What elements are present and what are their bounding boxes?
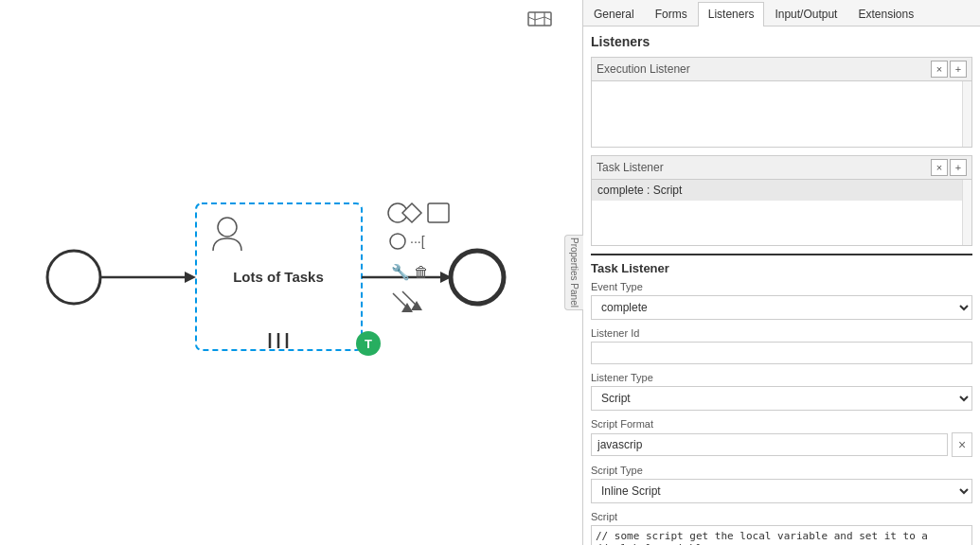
- script-format-input[interactable]: [591, 433, 948, 456]
- task-listener-detail: Task Listener Event Type complete create…: [591, 261, 972, 545]
- event-type-label: Event Type: [591, 281, 972, 292]
- tab-forms[interactable]: Forms: [645, 2, 698, 26]
- panel-toggle[interactable]: Properties Panel: [564, 235, 583, 310]
- execution-listener-scrollbar: [962, 81, 971, 147]
- task-listener-detail-title: Task Listener: [591, 261, 972, 275]
- listener-type-label: Listener Type: [591, 372, 972, 383]
- script-format-clear-btn[interactable]: ×: [952, 432, 972, 457]
- listener-id-field: Listener Id: [591, 327, 972, 364]
- tab-listeners[interactable]: Listeners: [698, 2, 765, 26]
- listener-id-label: Listener Id: [591, 327, 972, 339]
- task-listener-buttons: × +: [931, 159, 967, 176]
- svg-point-1: [47, 251, 100, 304]
- svg-rect-16: [428, 203, 449, 222]
- tab-input-output[interactable]: Input/Output: [764, 2, 847, 26]
- script-type-label: Script Type: [591, 465, 972, 476]
- panel-toggle-label: Properties Panel: [569, 237, 579, 308]
- script-type-select[interactable]: Inline Script External Resource: [591, 479, 972, 503]
- listeners-title: Listeners: [591, 34, 972, 49]
- svg-point-11: [451, 251, 504, 304]
- svg-marker-3: [185, 272, 196, 283]
- execution-listener-buttons: × +: [931, 61, 967, 78]
- script-format-label: Script Format: [591, 418, 972, 430]
- task-listener-section: Task Listener × + complete : Script: [591, 155, 972, 246]
- tab-extensions[interactable]: Extensions: [847, 2, 924, 26]
- task-listener-header: Task Listener × +: [591, 155, 972, 180]
- execution-listener-remove-btn[interactable]: ×: [931, 61, 948, 78]
- task-listener-remove-btn[interactable]: ×: [931, 159, 948, 176]
- canvas-area: Lots of Tasks T ···[ 🔧 🗑: [0, 0, 582, 545]
- tab-bar: General Forms Listeners Input/Output Ext…: [583, 0, 980, 26]
- task-listener-label: Task Listener: [597, 161, 664, 174]
- tab-general[interactable]: General: [583, 2, 645, 26]
- svg-text:···[: ···[: [410, 234, 425, 249]
- script-label: Script: [591, 511, 972, 522]
- task-listener-scrollbar: [962, 180, 971, 245]
- svg-line-21: [393, 293, 407, 308]
- event-type-field: Event Type complete create assignment de…: [591, 281, 972, 320]
- event-type-select[interactable]: complete create assignment delete: [591, 295, 972, 320]
- svg-point-17: [390, 234, 405, 249]
- task-listener-body: complete : Script: [591, 180, 972, 246]
- panel-content: Listeners Execution Listener × + Task Li…: [583, 26, 980, 545]
- execution-listener-label: Execution Listener: [597, 62, 690, 76]
- bpmn-diagram: Lots of Tasks T ···[ 🔧 🗑: [0, 0, 549, 545]
- script-format-field: Script Format ×: [591, 418, 972, 457]
- script-textarea[interactable]: // some script get the local variable an…: [591, 525, 972, 545]
- divider: [591, 254, 972, 255]
- execution-listener-header: Execution Listener × +: [591, 57, 972, 81]
- listener-type-field: Listener Type Script Class Expression De…: [591, 372, 972, 411]
- properties-panel: Properties Panel General Forms Listeners…: [582, 0, 980, 545]
- script-field: Script // some script get the local vari…: [591, 511, 972, 545]
- svg-text:T: T: [365, 337, 372, 351]
- script-format-row: ×: [591, 432, 972, 457]
- listener-type-select[interactable]: Script Class Expression Delegate Express…: [591, 386, 972, 411]
- svg-text:🔧: 🔧: [391, 263, 410, 281]
- listener-id-input[interactable]: [591, 342, 972, 364]
- svg-text:🗑: 🗑: [414, 264, 429, 280]
- execution-listener-add-btn[interactable]: +: [950, 61, 967, 78]
- task-label: Lots of Tasks: [233, 269, 324, 285]
- svg-line-23: [402, 291, 417, 306]
- task-listener-add-btn[interactable]: +: [950, 159, 967, 176]
- task-listener-item[interactable]: complete : Script: [592, 180, 971, 201]
- execution-listener-body: [591, 81, 972, 148]
- script-type-field: Script Type Inline Script External Resou…: [591, 465, 972, 503]
- execution-listener-section: Execution Listener × +: [591, 57, 972, 148]
